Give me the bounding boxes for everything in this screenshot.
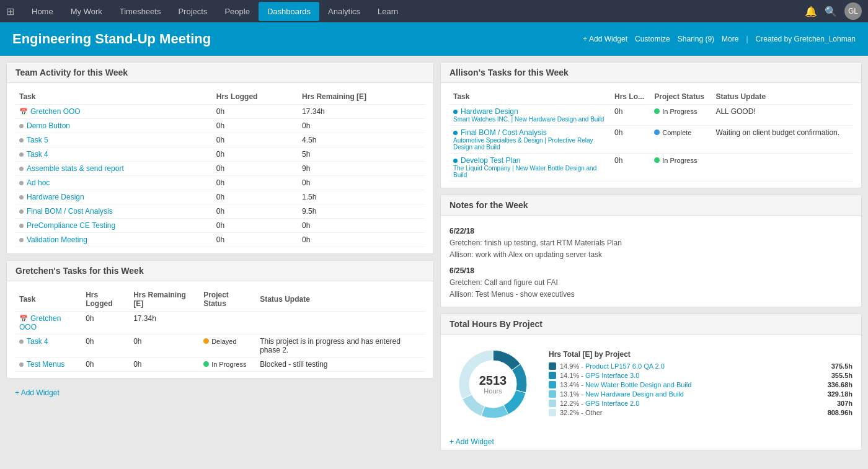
hrs-logged-cell: 0h [82, 312, 130, 335]
nav-dashboards[interactable]: Dashboards [259, 2, 319, 21]
task-cell: Validation Meeting [16, 233, 213, 247]
bell-icon[interactable]: 🔔 [805, 6, 817, 17]
legend-project-link[interactable]: Product LP157 6.0 QA 2.0 [585, 362, 665, 370]
nav-my-work[interactable]: My Work [62, 2, 111, 21]
col-status-update: Status Update [712, 89, 852, 105]
task-cell: Develop Test PlanThe Liquid Company | Ne… [450, 154, 611, 182]
task-link[interactable]: Gretchen OOO [30, 107, 81, 116]
task-link[interactable]: Validation Meeting [27, 235, 87, 244]
nav-analytics[interactable]: Analytics [319, 2, 369, 21]
donut-hours: 2513 [479, 374, 507, 387]
status-update-cell: This project is in progress and has ente… [256, 335, 425, 357]
task-link[interactable]: Final BOM / Cost Analysis [27, 207, 113, 216]
hrs-logged-cell: 0h [82, 335, 130, 357]
legend-swatch [549, 400, 556, 407]
hrs-remaining-cell: 17.34h [130, 312, 200, 335]
add-widget-header-button[interactable]: + Add Widget [583, 35, 627, 43]
calendar-icon: 📅 [19, 315, 28, 322]
table-row: 📅Gretchen OOO0h17.34h [16, 105, 425, 119]
created-by-label: Created by Gretchen_Lohman [756, 35, 856, 43]
hrs-remaining-cell: 0h [298, 219, 425, 233]
search-icon[interactable]: 🔍 [825, 6, 837, 17]
task-link[interactable]: Assemble stats & send report [27, 164, 124, 173]
team-activity-table: Task Hrs Logged Hrs Remaining [E] 📅Gretc… [16, 89, 425, 247]
notes-line: Allison: work with Alex on updating serv… [450, 249, 852, 261]
legend-project-link[interactable]: New Hardware Design and Build [585, 390, 684, 398]
grid-icon[interactable]: ⊞ [6, 6, 14, 17]
customize-button[interactable]: Customize [635, 35, 670, 43]
task-cell: PreCompliance CE Testing [16, 219, 213, 233]
table-row: Hardware Design0h1.5h [16, 190, 425, 204]
table-row: Final BOM / Cost Analysis0h9.5h [16, 204, 425, 219]
legend-text: 13.4% - New Water Bottle Design and Buil… [560, 381, 824, 388]
chart-area: 2513 Hours Hrs Total [E] by Project 14.9… [441, 335, 861, 434]
task-link[interactable]: Develop Test Plan [461, 156, 521, 165]
legend-value: 355.5h [831, 372, 852, 379]
add-widget-left-button[interactable]: + Add Widget [6, 385, 434, 401]
task-dot [19, 362, 24, 367]
project-status-cell: In Progress [650, 154, 712, 182]
add-widget-right-button[interactable]: + Add Widget [441, 434, 503, 450]
hrs-logged-cell: 0h [213, 219, 298, 233]
hrs-logged-cell: 0h [213, 204, 298, 219]
page-title: Engineering Stand-Up Meeting [12, 31, 211, 47]
status-badge: In Progress [654, 108, 697, 115]
task-link[interactable]: Demo Button [27, 121, 70, 130]
legend-value: 375.5h [831, 362, 852, 370]
legend-project-link[interactable]: New Water Bottle Design and Build [585, 381, 691, 388]
hrs-logged-cell: 0h [611, 105, 650, 126]
task-dot [19, 209, 24, 214]
task-dot [453, 131, 458, 135]
gretchens-tasks-table: Task Hrs Logged Hrs Remaining [E] Projec… [16, 287, 425, 372]
task-dot [453, 110, 458, 114]
status-badge: In Progress [654, 157, 697, 164]
donut-segment [481, 405, 508, 418]
task-link[interactable]: Task 4 [27, 337, 48, 346]
task-cell: Hardware Design [16, 190, 213, 204]
hrs-logged-cell: 0h [213, 147, 298, 162]
nav-projects[interactable]: Projects [169, 2, 216, 21]
user-avatar[interactable]: GL [844, 2, 862, 20]
task-dot [19, 340, 24, 344]
hrs-logged-cell: 0h [213, 119, 298, 133]
nav-people[interactable]: People [216, 2, 258, 21]
task-dot [19, 195, 24, 199]
status-badge: Complete [654, 129, 691, 136]
allisons-tasks-body: Task Hrs Lo... Project Status Status Upd… [441, 83, 861, 188]
task-cell: Assemble stats & send report [16, 162, 213, 176]
task-link[interactable]: Hardware Design [27, 193, 84, 201]
task-cell: Final BOM / Cost Analysis [16, 204, 213, 219]
hrs-remaining-cell: 17.34h [298, 105, 425, 119]
more-button[interactable]: More [722, 35, 738, 43]
nav-home[interactable]: Home [23, 2, 62, 21]
task-link[interactable]: Test Menus [27, 360, 64, 369]
legend-item: 32.2% - Other808.96h [549, 409, 852, 416]
nav-links: Home My Work Timesheets Projects People … [23, 2, 805, 21]
hrs-logged-cell: 0h [213, 105, 298, 119]
legend-text: 32.2% - Other [560, 409, 824, 416]
project-status-cell [200, 312, 256, 335]
nav-learn[interactable]: Learn [369, 2, 407, 21]
task-cell: Task 4 [16, 147, 213, 162]
table-row: Ad hoc0h0h [16, 176, 425, 190]
table-row: Validation Meeting0h0h [16, 233, 425, 247]
legend-project-link[interactable]: GPS Interface 3.0 [585, 372, 639, 379]
nav-timesheets[interactable]: Timesheets [111, 2, 170, 21]
task-link[interactable]: Task 5 [27, 136, 48, 144]
task-link[interactable]: Hardware Design [461, 107, 518, 116]
task-dot [19, 124, 24, 128]
legend-item: 13.1% - New Hardware Design and Build329… [549, 390, 852, 398]
col-task: Task [16, 287, 82, 312]
task-link[interactable]: Final BOM / Cost Analysis [461, 128, 547, 137]
col-project-status: Project Status [200, 287, 256, 312]
task-link[interactable]: Task 4 [27, 150, 48, 159]
total-hours-widget: Total Hours By Project 2513 Hours Hrs To… [440, 313, 862, 450]
table-row: Final BOM / Cost AnalysisAutomotive Spec… [450, 126, 852, 154]
legend-project-link[interactable]: GPS Interface 2.0 [585, 400, 639, 407]
task-link[interactable]: Ad hoc [27, 178, 50, 187]
gretchens-tasks-header: Gretchen's Tasks for this Week [7, 261, 433, 281]
table-row: 📅Gretchen OOO0h17.34h [16, 312, 425, 335]
task-link[interactable]: PreCompliance CE Testing [27, 221, 115, 230]
notes-line: Gretchen: finish up testing, start RTM M… [450, 237, 852, 249]
sharing-button[interactable]: Sharing (9) [678, 35, 714, 43]
